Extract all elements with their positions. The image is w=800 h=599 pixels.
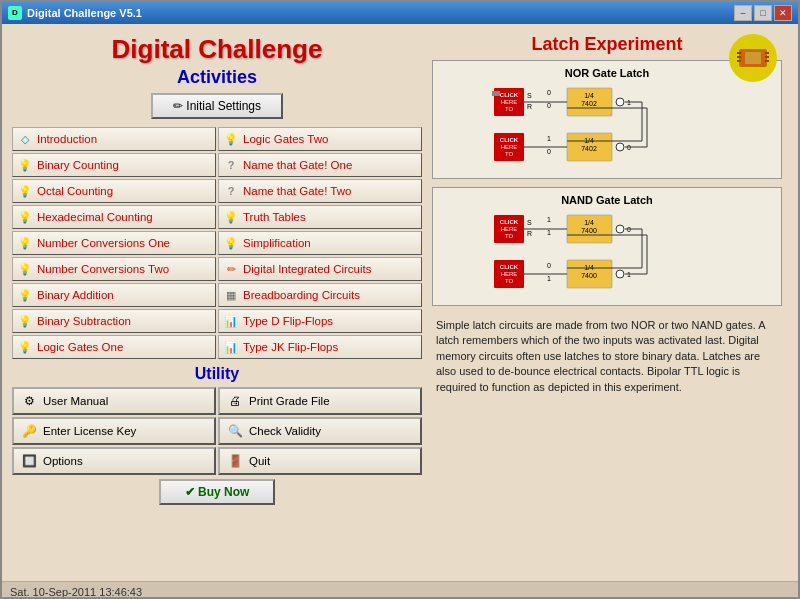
activity-label: Simplification	[243, 237, 311, 249]
activity-label: Octal Counting	[37, 185, 113, 197]
options-button[interactable]: 🔲 Options	[12, 447, 216, 475]
svg-text:HERE: HERE	[501, 271, 518, 277]
maximize-button[interactable]: □	[754, 5, 772, 21]
svg-text:R: R	[527, 103, 532, 110]
activity-binary-counting[interactable]: 💡 Binary Counting	[12, 153, 216, 177]
buy-now-button[interactable]: ✔ Buy Now	[159, 479, 276, 505]
activity-type-jk[interactable]: 📊 Type JK Flip-Flops	[218, 335, 422, 359]
grid-icon: ▦	[223, 287, 239, 303]
activity-type-d[interactable]: 📊 Type D Flip-Flops	[218, 309, 422, 333]
pencil-icon: ✏	[223, 261, 239, 277]
activity-hexadecimal-counting[interactable]: 💡 Hexadecimal Counting	[12, 205, 216, 229]
svg-rect-2	[737, 56, 741, 58]
svg-text:HERE: HERE	[501, 226, 518, 232]
svg-text:0: 0	[547, 89, 551, 96]
svg-text:7402: 7402	[581, 145, 597, 152]
search-icon: 🔍	[226, 422, 244, 440]
svg-text:1: 1	[547, 229, 551, 236]
print-grade-button[interactable]: 🖨 Print Grade File	[218, 387, 422, 415]
svg-point-31	[616, 143, 624, 151]
bulb-icon: 💡	[223, 235, 239, 251]
activity-logic-gates-one[interactable]: 💡 Logic Gates One	[12, 335, 216, 359]
svg-rect-12	[492, 91, 500, 96]
activity-number-conversions-two[interactable]: 💡 Number Conversions Two	[12, 257, 216, 281]
status-bar: Sat. 10-Sep-2011 13:46:43	[2, 581, 798, 599]
bulb-icon: 💡	[223, 209, 239, 225]
activity-simplification[interactable]: 💡 Simplification	[218, 231, 422, 255]
window-controls: – □ ✕	[734, 5, 792, 21]
svg-text:7402: 7402	[581, 100, 597, 107]
check-validity-label: Check Validity	[249, 425, 321, 437]
svg-text:7400: 7400	[581, 272, 597, 279]
activity-binary-addition[interactable]: 💡 Binary Addition	[12, 283, 216, 307]
svg-text:S: S	[527, 92, 532, 99]
gear-icon: ⚙	[20, 392, 38, 410]
activity-label: Binary Addition	[37, 289, 114, 301]
initial-settings-button[interactable]: ✏ Initial Settings	[151, 93, 283, 119]
svg-rect-7	[745, 52, 761, 64]
main-content: Digital Challenge Activities ✏ Initial S…	[2, 24, 798, 581]
enter-license-button[interactable]: 🔑 Enter License Key	[12, 417, 216, 445]
activity-name-gate-two[interactable]: ? Name that Gate! Two	[218, 179, 422, 203]
minimize-button[interactable]: –	[734, 5, 752, 21]
svg-text:1: 1	[547, 275, 551, 282]
svg-rect-1	[737, 52, 741, 54]
activity-digital-ics[interactable]: ✏ Digital Integrated Circuits	[218, 257, 422, 281]
activities-title: Activities	[12, 67, 422, 88]
svg-point-20	[616, 98, 624, 106]
svg-text:CLICK: CLICK	[500, 92, 519, 98]
chip-decoration	[729, 34, 777, 82]
svg-rect-6	[765, 60, 769, 62]
bulb-icon: 💡	[17, 313, 33, 329]
svg-text:S: S	[527, 219, 532, 226]
title-bar: D Digital Challenge V5.1 – □ ✕	[2, 2, 798, 24]
activity-name-gate-one[interactable]: ? Name that Gate! One	[218, 153, 422, 177]
close-button[interactable]: ✕	[774, 5, 792, 21]
activity-truth-tables[interactable]: 💡 Truth Tables	[218, 205, 422, 229]
activity-label: Name that Gate! Two	[243, 185, 351, 197]
activity-logic-gates-two[interactable]: 💡 Logic Gates Two	[218, 127, 422, 151]
activity-label: Introduction	[37, 133, 97, 145]
activity-label: Binary Subtraction	[37, 315, 131, 327]
nand-circuit: CLICK HERE TO S R 1/4 7400 1 1 0	[439, 210, 775, 295]
activity-breadboarding[interactable]: ▦ Breadboarding Circuits	[218, 283, 422, 307]
user-manual-button[interactable]: ⚙ User Manual	[12, 387, 216, 415]
svg-point-64	[616, 270, 624, 278]
utility-grid: ⚙ User Manual 🖨 Print Grade File 🔑 Enter…	[12, 387, 422, 475]
activity-octal-counting[interactable]: 💡 Octal Counting	[12, 179, 216, 203]
svg-text:HERE: HERE	[501, 99, 518, 105]
svg-text:0: 0	[547, 102, 551, 109]
quit-button[interactable]: 🚪 Quit	[218, 447, 422, 475]
print-grade-label: Print Grade File	[249, 395, 330, 407]
bulb-icon: 💡	[17, 183, 33, 199]
svg-text:R: R	[527, 230, 532, 237]
svg-text:1/4: 1/4	[584, 219, 594, 226]
chart-icon: 📊	[223, 313, 239, 329]
question-icon: ?	[223, 183, 239, 199]
svg-rect-3	[737, 60, 741, 62]
title-bar-text: Digital Challenge V5.1	[27, 7, 142, 19]
activities-grid: ◇ Introduction 💡 Logic Gates Two 💡 Binar…	[12, 127, 422, 359]
right-panel: Latch Experiment NOR Gate Latch CLICK HE…	[427, 29, 787, 576]
quit-label: Quit	[249, 455, 270, 467]
activity-label: Breadboarding Circuits	[243, 289, 360, 301]
left-panel: Digital Challenge Activities ✏ Initial S…	[7, 29, 427, 576]
svg-text:0: 0	[547, 148, 551, 155]
activity-label: Type JK Flip-Flops	[243, 341, 338, 353]
bulb-icon: 💡	[17, 261, 33, 277]
activity-label: Type D Flip-Flops	[243, 315, 333, 327]
activity-label: Hexadecimal Counting	[37, 211, 153, 223]
svg-text:CLICK: CLICK	[500, 219, 519, 225]
activity-label: Binary Counting	[37, 159, 119, 171]
right-panel-inner: Latch Experiment NOR Gate Latch CLICK HE…	[432, 34, 782, 399]
svg-point-53	[616, 225, 624, 233]
activity-number-conversions-one[interactable]: 💡 Number Conversions One	[12, 231, 216, 255]
chart-icon: 📊	[223, 339, 239, 355]
activity-introduction[interactable]: ◇ Introduction	[12, 127, 216, 151]
nand-gate-latch: NAND Gate Latch CLICK HERE TO S R 1/4 74…	[432, 187, 782, 306]
check-validity-button[interactable]: 🔍 Check Validity	[218, 417, 422, 445]
question-icon: ?	[223, 157, 239, 173]
svg-text:TO: TO	[505, 278, 514, 284]
nand-subtitle: NAND Gate Latch	[439, 194, 775, 206]
activity-binary-subtraction[interactable]: 💡 Binary Subtraction	[12, 309, 216, 333]
